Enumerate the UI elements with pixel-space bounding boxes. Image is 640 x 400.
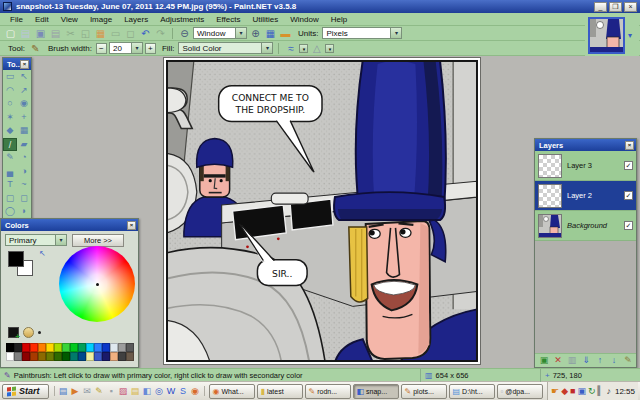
color-swatch[interactable] [102,352,110,361]
units-dropdown[interactable]: Pixels ▾ [322,27,402,39]
layer-properties-button[interactable]: ✎ [622,355,634,367]
tool-gradient[interactable]: ▦ [17,124,31,138]
clock[interactable]: 12:55 [615,387,635,396]
paste-icon[interactable]: ▦ [94,27,107,40]
layer-visibility-checkbox[interactable]: ✓ [624,191,633,200]
tool-zoom[interactable]: ◉ [17,97,31,111]
firefox-icon[interactable]: ◉ [190,386,201,396]
color-swatch[interactable] [62,343,70,352]
color-swatch[interactable] [118,343,126,352]
menu-image[interactable]: Image [84,15,118,24]
color-swatch[interactable] [102,343,110,352]
task-button-plots[interactable]: ✎ plots... [401,384,447,399]
tool-rectangle[interactable]: ▢ [3,192,17,206]
color-mode-dropdown[interactable]: Primary ▾ [5,234,67,246]
layer-visibility-checkbox[interactable]: ✓ [624,221,633,230]
close-icon[interactable]: × [20,60,29,69]
fill-style-dropdown[interactable]: Solid Color ▾ [178,42,273,54]
color-swatch[interactable] [54,343,62,352]
task-button-what[interactable]: ◉ What... [209,384,255,399]
color-swatch[interactable] [126,352,134,361]
layers-palette-titlebar[interactable]: Layers × [535,139,636,151]
chevron-down-icon[interactable]: ▾ [325,44,334,53]
color-swatch[interactable] [110,352,118,361]
blend-mode-icon[interactable]: ≈ [284,42,297,55]
mail-icon[interactable]: ✉ [82,386,93,396]
color-swatch[interactable] [54,352,62,361]
tool-lasso-select[interactable]: ◠ [3,84,17,98]
swap-colors-icon[interactable]: ↖ [39,249,46,258]
task-button-snap[interactable]: ◧ snap... [353,384,399,399]
move-layer-up-button[interactable]: ↑ [594,355,606,367]
duplicate-layer-button[interactable]: ▥ [566,355,578,367]
menu-file[interactable]: File [4,15,29,24]
add-color-icon[interactable] [8,327,19,338]
tool-color-picker[interactable]: ◔ [17,151,31,165]
pen-icon[interactable]: ▍ [598,386,605,396]
color-swatch[interactable] [70,352,78,361]
color-swatch[interactable] [38,352,46,361]
restore-button[interactable]: ❐ [609,2,622,12]
print-icon[interactable]: ▤ [49,27,62,40]
color-swatch[interactable] [14,343,22,352]
zoom-mode-dropdown[interactable]: Window ▾ [193,27,247,39]
photos-icon[interactable]: ▨ [118,386,129,396]
brush-width-dropdown[interactable]: 20 ▾ [109,42,143,54]
color-swatch[interactable] [22,343,30,352]
save-icon[interactable]: ▣ [34,27,47,40]
move-layer-down-button[interactable]: ↓ [608,355,620,367]
folder-icon[interactable]: ▤ [130,386,141,396]
tool-magic-wand[interactable]: ✶ [3,111,17,125]
stop-icon[interactable]: ■ [570,386,575,396]
menu-layers[interactable]: Layers [118,15,154,24]
task-button-dht[interactable]: ▤ D:\ht... [449,384,495,399]
antialias-mode-icon[interactable]: △ [310,42,323,55]
menu-adjustments[interactable]: Adjustments [154,15,210,24]
tool-paintbrush[interactable]: / [3,138,17,152]
color-swatch[interactable] [94,343,102,352]
color-swatch[interactable] [22,352,30,361]
menu-effects[interactable]: Effects [210,15,246,24]
tool-freeform-shape[interactable]: ◗ [17,205,31,219]
tool-pan[interactable]: + [17,111,31,125]
color-swatch[interactable] [70,343,78,352]
color-swatch[interactable] [110,343,118,352]
canvas[interactable]: R [163,57,481,365]
tools-palette-titlebar[interactable]: To.. × [3,58,31,70]
word-icon[interactable]: W [166,386,177,396]
color-swatch[interactable] [30,352,38,361]
open-image-thumbnail[interactable] [588,17,625,54]
pencil-icon[interactable]: ✎ [94,386,105,396]
palette-options-icon[interactable] [38,331,41,334]
paintdotnet-icon[interactable]: ◧ [142,386,153,396]
undo-icon[interactable]: ↶ [139,27,152,40]
grid-icon[interactable]: ▦ [264,27,277,40]
color-swatch[interactable] [14,352,22,361]
minimize-button[interactable]: _ [594,2,607,12]
close-icon[interactable]: × [127,221,136,230]
color-swatch[interactable] [62,352,70,361]
task-button-latest[interactable]: ▮ latest [257,384,303,399]
zoom-out-icon[interactable]: ⊖ [178,27,191,40]
tool-move-pixels[interactable]: ↖ [17,70,31,84]
app-icon[interactable]: ▪ [106,386,117,396]
hand-icon[interactable]: ☛ [551,386,559,396]
color-swatch[interactable] [78,352,86,361]
tool-paint-bucket[interactable]: ◆ [3,124,17,138]
brush-width-decrease-button[interactable]: − [96,43,107,54]
chevron-down-icon[interactable]: ▾ [299,44,308,53]
layer-row-background[interactable]: Background ✓ [535,211,636,241]
color-swatch[interactable] [46,343,54,352]
menu-utilities[interactable]: Utilities [246,15,284,24]
tool-move-selection[interactable]: ↗ [17,84,31,98]
tool-pencil[interactable]: ✎ [3,151,17,165]
color-swatch[interactable] [30,343,38,352]
layer-row-layer3[interactable]: Layer 3 ✓ [535,151,636,181]
tool-recolor[interactable]: ◑ [17,165,31,179]
close-icon[interactable]: × [625,141,634,150]
palette-icon[interactable] [23,327,34,338]
color-swatch[interactable] [126,343,134,352]
color-swatch[interactable] [38,343,46,352]
ruler-icon[interactable]: ▬ [279,27,292,40]
open-icon[interactable]: ▤ [19,27,32,40]
